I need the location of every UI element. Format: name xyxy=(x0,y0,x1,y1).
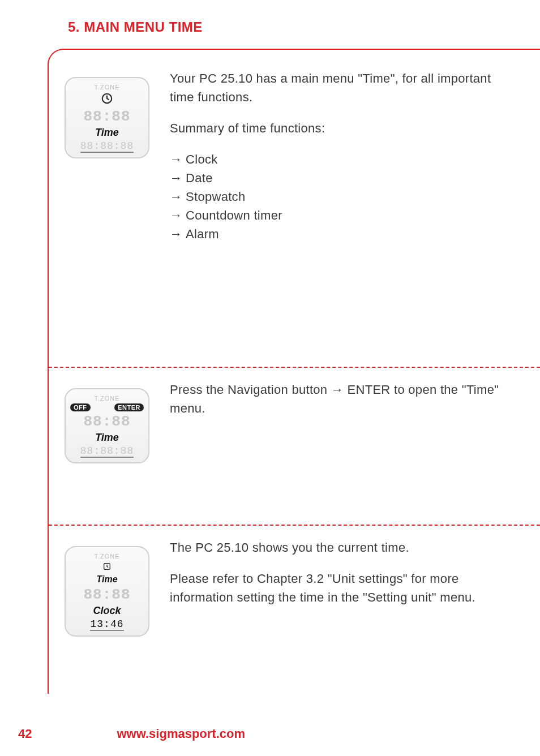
screen-zone-label: T.ZONE xyxy=(94,395,119,402)
list-item: Date xyxy=(170,169,504,187)
screen-zone-label: T.ZONE xyxy=(94,553,119,560)
list-item: Countdown timer xyxy=(170,206,504,225)
content-frame: T.ZONE 88:88 Time 88:88:88 Your PC 25.10… xyxy=(48,49,540,694)
list-item: Clock xyxy=(170,150,504,169)
block1-intro: Your PC 25.10 has a main menu "Time", fo… xyxy=(170,69,504,106)
screen-seg-bottom: 88:88:88 xyxy=(80,140,134,153)
clock-icon xyxy=(101,92,113,106)
block-enter-menu: T.ZONE OFF ENTER 88:88 Time 88:88:88 Pre… xyxy=(65,368,526,526)
device-screen-clock: T.ZONE Time 88:88 Clock 13:46 xyxy=(65,546,155,637)
screen-sub-label: Time xyxy=(96,574,117,585)
screen-seg-bottom: 88:88:88 xyxy=(80,445,134,458)
block2-text: Press the Navigation button → ENTER to o… xyxy=(170,377,504,430)
screen-label-main: Time xyxy=(95,127,119,139)
footer-url: www.sigmasport.com xyxy=(117,727,245,741)
block2-line: Press the Navigation button → ENTER to o… xyxy=(170,380,504,418)
list-item: Stopwatch xyxy=(170,187,504,206)
block1-summary-head: Summary of time functions: xyxy=(170,119,504,138)
device-screen-enter: T.ZONE OFF ENTER 88:88 Time 88:88:88 xyxy=(65,388,155,463)
off-pill: OFF xyxy=(70,403,91,411)
page-footer: 42 www.sigmasport.com xyxy=(0,727,540,741)
screen-zone-label: T.ZONE xyxy=(94,84,119,91)
screen-label-main: Clock xyxy=(93,605,121,617)
block3-text: The PC 25.10 shows you the current time.… xyxy=(170,535,504,619)
clock-small-icon xyxy=(102,561,112,573)
screen-seg-top: 88:88 xyxy=(83,413,130,430)
screen-seg-top: 88:88 xyxy=(83,586,130,603)
time-function-list: Clock Date Stopwatch Countdown timer Ala… xyxy=(170,150,504,243)
block3-line1: The PC 25.10 shows you the current time. xyxy=(170,538,504,557)
list-item: Alarm xyxy=(170,225,504,243)
screen-seg-bottom: 13:46 xyxy=(90,618,123,631)
block1-text: Your PC 25.10 has a main menu "Time", fo… xyxy=(170,66,504,243)
screen-seg-top: 88:88 xyxy=(83,108,130,125)
page-number: 42 xyxy=(18,727,32,741)
block-current-time: T.ZONE Time 88:88 Clock 13:46 The PC 25.… xyxy=(65,526,526,659)
enter-pill: ENTER xyxy=(114,403,144,411)
screen-label-main: Time xyxy=(95,432,119,444)
section-title: 5. MAIN MENU TIME xyxy=(68,19,540,35)
block3-line2: Please refer to Chapter 3.2 "Unit settin… xyxy=(170,569,504,607)
device-screen-time: T.ZONE 88:88 Time 88:88:88 xyxy=(65,77,155,158)
block-time-overview: T.ZONE 88:88 Time 88:88:88 Your PC 25.10… xyxy=(65,66,526,368)
